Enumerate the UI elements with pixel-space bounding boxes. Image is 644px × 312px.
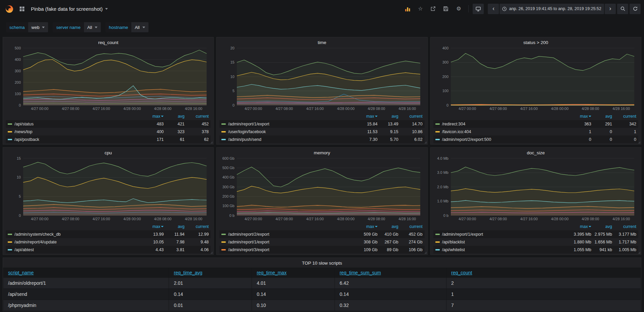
monitor-icon [476, 6, 481, 11]
panel-title[interactable]: cpu [6, 149, 211, 156]
legend-sort-current[interactable]: current [614, 114, 636, 119]
save-button[interactable] [440, 3, 452, 14]
refresh-button[interactable] [630, 4, 641, 14]
svg-text:4/27 08:00: 4/27 08:00 [489, 217, 507, 221]
legend-header: max avg current [219, 112, 424, 120]
legend-value-avg: 0 [593, 137, 612, 142]
variable-value-dropdown[interactable]: All [131, 22, 148, 32]
chart-canvas[interactable]: 0 b1.0 Mb2.0 Mb3.0 Mb4.0 Mb4/27 00:004/2… [433, 156, 638, 222]
legend-series-name[interactable]: /admin/report/4/update [8, 240, 141, 244]
legend-series-name[interactable]: /redirect:304 [435, 122, 568, 126]
value-cell: 0.14 [169, 289, 252, 300]
svg-text:4/28 00:00: 4/28 00:00 [551, 217, 568, 221]
legend-sort-max[interactable]: max [570, 224, 591, 229]
legend-series-name[interactable]: /user/login/facebook [221, 129, 354, 134]
legend-series-name[interactable]: /admin/report/3/export [221, 247, 354, 252]
tv-mode-button[interactable] [473, 4, 484, 14]
legend-series-name[interactable]: /favicon.ico:404 [435, 129, 568, 134]
legend-sort-max[interactable]: max [357, 224, 378, 229]
add-panel-button[interactable] [402, 3, 413, 14]
legend-value-max: 400 [143, 129, 164, 134]
legend-sort-current[interactable]: current [186, 224, 209, 229]
column-header[interactable]: req_time_sum_sum [335, 268, 446, 278]
panel-title[interactable]: time [219, 38, 424, 46]
chart-canvas[interactable]: 0510154/27 00:004/27 08:004/27 16:004/28… [6, 156, 210, 222]
column-header[interactable]: script_name [3, 268, 169, 278]
panel-title[interactable]: doc_size [433, 149, 638, 156]
time-back-button[interactable]: ‹ [488, 4, 499, 14]
legend-series-name[interactable]: /admin/push/send [221, 137, 354, 142]
time-forward-button[interactable]: › [605, 4, 616, 14]
legend-sort-avg[interactable]: avg [166, 224, 184, 229]
legend-sort-avg[interactable]: avg [166, 114, 184, 119]
chevron-down-icon [142, 27, 145, 28]
chart-canvas[interactable]: 01002003004004/27 00:004/27 08:004/27 16… [433, 46, 638, 112]
dashboards-grid-icon[interactable] [16, 3, 28, 14]
legend-sort-max[interactable]: max [143, 224, 164, 229]
legend-sort-max[interactable]: max [143, 114, 164, 119]
script-name-cell: /phpmyadmin [3, 300, 169, 311]
legend-series-name[interactable]: /admin/report/2/export:500 [435, 137, 568, 142]
legend-series-name[interactable]: /admin/system/check_db [8, 232, 141, 237]
legend-sort-current[interactable]: current [186, 114, 209, 119]
legend-series-name[interactable]: /admin/report/1/export [435, 232, 568, 237]
column-header[interactable]: req_count [446, 268, 641, 278]
svg-text:0: 0 [19, 213, 21, 218]
svg-text:4/27 08:00: 4/27 08:00 [62, 217, 79, 221]
time-range-button[interactable]: anp. 26, 2019 19:41:45 to anp. 28, 2019 … [500, 4, 604, 14]
script-name-cell: /admin/oldreport/1 [3, 278, 169, 289]
variable-label: hostname [105, 22, 131, 32]
chart-canvas[interactable]: 051015204/27 00:004/27 08:004/27 16:004/… [219, 46, 424, 112]
legend-sort-avg[interactable]: avg [593, 114, 612, 119]
legend-series-name[interactable]: /admin/report/1/export [221, 122, 354, 126]
svg-text:100: 100 [442, 89, 448, 93]
settings-button[interactable]: ⚙ [453, 3, 464, 14]
grafana-logo-icon[interactable] [3, 3, 15, 14]
column-header[interactable]: req_time_avg [169, 268, 252, 278]
legend-series-name[interactable]: /api/status [8, 122, 141, 126]
variable-value-dropdown[interactable]: web [28, 22, 48, 32]
legend-sort-max[interactable]: max [357, 114, 378, 119]
legend-series-name[interactable]: /news/top [8, 129, 141, 134]
legend-series-name[interactable]: /api/blacklist [435, 240, 568, 244]
legend-series-name[interactable]: /api/whitelist [435, 247, 568, 252]
chart-canvas[interactable]: 0 b100 Gb200 Gb300 Gb400 Gb500 Gb600 Gb4… [219, 156, 424, 222]
legend-sort-avg[interactable]: avg [380, 224, 398, 229]
legend-value-max: 109 Gb [357, 247, 378, 252]
dashboard-title-dropdown[interactable]: Pinba (fake data for screenshot) [31, 6, 108, 12]
panel-title[interactable]: req_count [6, 38, 211, 46]
chart-area: 01002003004005004/27 00:004/27 08:004/27… [6, 46, 211, 112]
variable-value-dropdown[interactable]: All [84, 22, 101, 32]
legend-value-current: 0 [614, 137, 636, 142]
legend-series-name[interactable]: /api/postback [8, 137, 141, 142]
legend-header: max avg current [6, 223, 211, 230]
legend-value-max: 11.53 [357, 129, 378, 134]
legend-sort-current[interactable]: current [400, 224, 423, 229]
legend-sort-current[interactable]: current [614, 224, 636, 229]
share-button[interactable] [427, 3, 439, 14]
panel-title[interactable]: TOP 10 slow scripts [3, 259, 641, 268]
panel-title[interactable]: memory [219, 149, 424, 156]
star-button[interactable]: ☆ [415, 3, 426, 14]
value-cell: 0.01 [169, 300, 252, 311]
legend-sort-avg[interactable]: avg [380, 114, 398, 119]
value-cell: 1 [446, 289, 641, 300]
legend-sort-max[interactable]: max [570, 114, 591, 119]
legend-sort-current[interactable]: current [400, 114, 423, 119]
svg-text:0 b: 0 b [443, 213, 448, 218]
legend-value-max: 0 [570, 137, 591, 142]
svg-text:500: 500 [15, 46, 21, 50]
legend-series-name[interactable]: /api/abtest [8, 247, 141, 252]
legend-series-name[interactable]: /admin/report/2/export [221, 232, 354, 237]
table-row: /phpmyadmin0.010.100.327 [3, 300, 641, 311]
column-header[interactable]: req_time_max [252, 268, 335, 278]
legend-series-name[interactable]: /admin/report/1/export [221, 240, 354, 244]
legend-value-max: 171 [143, 137, 164, 142]
chart-canvas[interactable]: 01002003004005004/27 00:004/27 08:004/27… [6, 46, 210, 112]
legend-value-max: 15.84 [357, 122, 378, 126]
panel-title[interactable]: status > 200 [433, 38, 638, 46]
legend-row: /user/login/facebook11.539.1510.86 [219, 128, 424, 135]
legend-sort-avg[interactable]: avg [593, 224, 612, 229]
zoom-out-button[interactable] [617, 4, 628, 14]
svg-text:5: 5 [19, 194, 21, 198]
